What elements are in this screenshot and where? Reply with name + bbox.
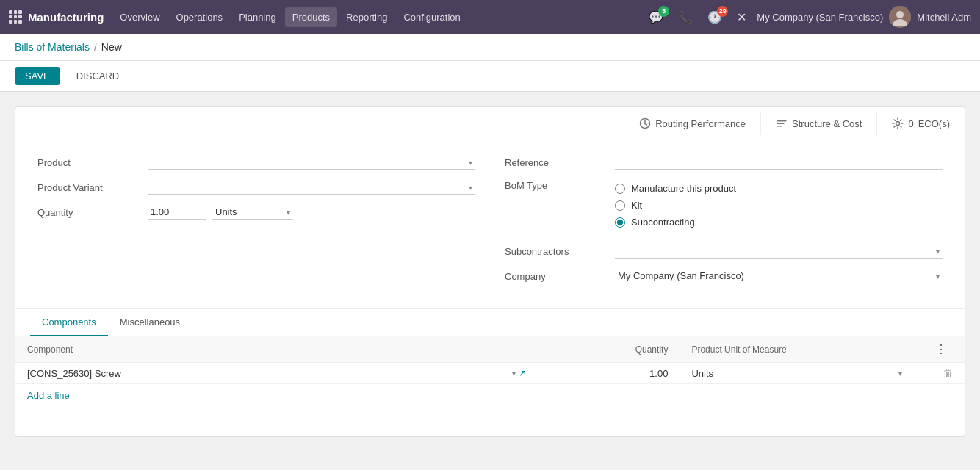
menu-item-operations[interactable]: Operations bbox=[169, 7, 231, 27]
eco-label: ECO(s) bbox=[918, 118, 950, 129]
delete-row-icon[interactable]: 🗑 bbox=[943, 367, 953, 379]
component-dropdown-arrow[interactable]: ▾ bbox=[512, 369, 516, 377]
menu-item-planning[interactable]: Planning bbox=[231, 7, 284, 27]
gear-icon bbox=[892, 118, 904, 129]
radio-kit-label: Kit bbox=[631, 200, 642, 211]
app-logo[interactable]: Manufacturing bbox=[9, 10, 104, 24]
quantity-label: Quantity bbox=[37, 207, 140, 218]
table-options-icon[interactable]: ⋮ bbox=[929, 341, 953, 357]
header-quantity: Quantity bbox=[538, 336, 680, 363]
product-row: Product ▾ bbox=[37, 155, 475, 170]
radio-subcontracting-label: Subcontracting bbox=[631, 217, 695, 228]
uom-dropdown-arrow: ▾ bbox=[898, 369, 902, 377]
svg-point-6 bbox=[896, 122, 900, 126]
product-label: Product bbox=[37, 157, 140, 168]
eco-btn[interactable]: 0 ECO(s) bbox=[877, 112, 965, 135]
radio-kit-input[interactable] bbox=[615, 200, 625, 211]
external-link-icon[interactable]: ↗ bbox=[519, 368, 526, 378]
tab-miscellaneous[interactable]: Miscellaneous bbox=[108, 309, 192, 336]
uom-select[interactable]: Units kg bbox=[691, 368, 765, 379]
clock-icon bbox=[639, 118, 651, 129]
table-row: ▾ ↗ Units kg bbox=[15, 363, 965, 384]
structure-cost-btn[interactable]: Structure & Cost bbox=[761, 112, 877, 135]
quantity-input[interactable] bbox=[148, 205, 206, 220]
main-content: Routing Performance Structure & Cost 0 E… bbox=[0, 92, 980, 463]
tab-components[interactable]: Components bbox=[30, 309, 108, 336]
svg-rect-3 bbox=[777, 120, 787, 122]
company-select-wrapper: ▾ bbox=[615, 269, 943, 283]
radio-manufacture[interactable]: Manufacture this product bbox=[615, 183, 736, 194]
svg-rect-4 bbox=[777, 123, 785, 125]
bom-type-field: Manufacture this product Kit Subcontract… bbox=[615, 180, 943, 234]
bom-type-label: BoM Type bbox=[505, 180, 608, 191]
quantity-cell bbox=[538, 363, 680, 384]
product-input[interactable] bbox=[148, 155, 475, 170]
product-variant-label: Product Variant bbox=[37, 182, 140, 193]
component-input-wrapper: ▾ ↗ bbox=[27, 368, 526, 379]
bom-type-radio-group: Manufacture this product Kit Subcontract… bbox=[615, 183, 736, 234]
company-label: Company bbox=[505, 271, 608, 282]
breadcrumb-parent[interactable]: Bills of Materials bbox=[15, 41, 90, 53]
tabs-bar: Components Miscellaneous bbox=[15, 308, 965, 336]
row-quantity-input[interactable] bbox=[631, 368, 668, 379]
breadcrumb-separator: / bbox=[94, 41, 97, 53]
component-input[interactable] bbox=[27, 368, 509, 379]
uom-select-wrapper: Units kg ▾ bbox=[691, 368, 905, 379]
subcontractors-label: Subcontractors bbox=[505, 246, 608, 257]
routing-performance-label: Routing Performance bbox=[655, 118, 746, 129]
structure-icon bbox=[776, 118, 788, 129]
menu-item-products[interactable]: Products bbox=[285, 7, 337, 27]
subcontractors-row: Subcontractors ▾ bbox=[505, 244, 943, 258]
app-title: Manufacturing bbox=[28, 11, 104, 24]
reference-label: Reference bbox=[505, 157, 608, 168]
company-input[interactable] bbox=[615, 269, 943, 283]
table-header-row: Component Quantity Product Unit of Measu… bbox=[15, 336, 965, 363]
menu-item-configuration[interactable]: Configuration bbox=[396, 7, 467, 27]
menu-item-reporting[interactable]: Reporting bbox=[339, 7, 394, 27]
user-name: Mitchell Adm bbox=[917, 12, 971, 23]
quantity-field: Units kg g L mL each ▾ bbox=[148, 205, 475, 220]
user-avatar[interactable] bbox=[889, 6, 911, 28]
routing-performance-btn[interactable]: Routing Performance bbox=[624, 112, 761, 135]
components-table: Component Quantity Product Unit of Measu… bbox=[15, 336, 965, 384]
quantity-row: Quantity Units kg g L mL each bbox=[37, 205, 475, 220]
product-field: ▾ bbox=[148, 155, 475, 170]
reference-input[interactable] bbox=[615, 155, 943, 170]
close-icon-btn[interactable]: ✕ bbox=[732, 7, 751, 27]
product-variant-row: Product Variant ▾ bbox=[37, 180, 475, 195]
breadcrumb: Bills of Materials / New bbox=[0, 34, 980, 61]
product-variant-input[interactable] bbox=[148, 180, 475, 195]
top-navigation: Manufacturing Overview Operations Planni… bbox=[0, 0, 980, 34]
add-line-button[interactable]: Add a line bbox=[15, 384, 82, 407]
structure-cost-label: Structure & Cost bbox=[792, 118, 862, 129]
chat-icon-btn[interactable]: 💬 5 bbox=[644, 7, 668, 27]
form-body: Product ▾ Product Variant ▾ bbox=[15, 140, 965, 308]
phone-icon-btn[interactable]: 📞 bbox=[674, 7, 697, 27]
radio-subcontracting-input[interactable] bbox=[615, 217, 625, 228]
row-actions-cell: 🗑 bbox=[917, 363, 965, 384]
activity-badge: 29 bbox=[717, 6, 728, 17]
subcontractors-input[interactable] bbox=[615, 244, 943, 258]
radio-subcontracting[interactable]: Subcontracting bbox=[615, 217, 736, 228]
discard-button[interactable]: DISCARD bbox=[66, 67, 130, 85]
company-field: ▾ bbox=[615, 269, 943, 283]
quantity-unit-select[interactable]: Units kg g L mL each bbox=[212, 205, 293, 220]
radio-kit[interactable]: Kit bbox=[615, 200, 736, 211]
menu-item-overview[interactable]: Overview bbox=[112, 7, 167, 27]
save-button[interactable]: SAVE bbox=[15, 67, 60, 85]
topnav-right-area: 💬 5 📞 🕐 29 ✕ My Company (San Francisco) … bbox=[644, 6, 971, 28]
company-name: My Company (San Francisco) bbox=[757, 12, 883, 23]
product-variant-select-wrapper: ▾ bbox=[148, 180, 475, 195]
reference-row: Reference bbox=[505, 155, 943, 170]
activity-icon-btn[interactable]: 🕐 29 bbox=[703, 7, 727, 27]
svg-rect-5 bbox=[777, 126, 782, 127]
grid-icon bbox=[9, 10, 22, 24]
header-component: Component bbox=[15, 336, 538, 363]
subcontractors-field: ▾ bbox=[615, 244, 943, 258]
radio-manufacture-label: Manufacture this product bbox=[631, 183, 736, 194]
header-uom: Product Unit of Measure bbox=[680, 336, 917, 363]
component-cell: ▾ ↗ bbox=[15, 363, 538, 384]
form-left: Product ▾ Product Variant ▾ bbox=[37, 155, 475, 294]
quantity-unit-wrapper: Units kg g L mL each ▾ bbox=[212, 205, 293, 220]
radio-manufacture-input[interactable] bbox=[615, 184, 625, 194]
